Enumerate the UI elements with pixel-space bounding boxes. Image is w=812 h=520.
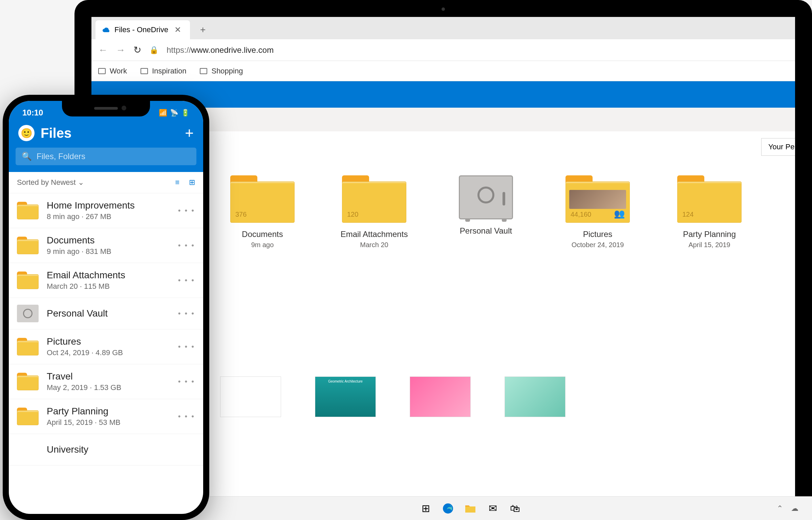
phone-title: Files <box>41 126 179 141</box>
folder-personal-vault[interactable]: Personal Vault <box>444 175 528 249</box>
taskbar-app-store[interactable]: 🛍 <box>508 501 522 516</box>
more-button[interactable]: • • • <box>178 377 195 386</box>
list-item[interactable]: TravelMay 2, 2019 · 1.53 GB• • • <box>9 364 203 399</box>
folder-email-attachments[interactable]: 120 Email Attachments March 20 <box>332 175 416 249</box>
folder-thumbnail <box>569 190 626 209</box>
phone-search-wrap: 🔍 Files, Folders <box>9 148 203 172</box>
phone-notch <box>62 101 150 116</box>
bookmark-shopping[interactable]: Shopping <box>200 67 243 75</box>
more-button[interactable]: • • • <box>178 206 195 215</box>
new-tab-button[interactable]: + <box>190 20 216 39</box>
phone-frame: 10:10 📶 📡 🔋 🙂 Files + 🔍 Files, Folders S… <box>3 95 209 520</box>
list-item[interactable]: Party PlanningApril 15, 2019 · 53 MB• • … <box>9 399 203 434</box>
search-icon: 🔍 <box>22 152 32 161</box>
tray-onedrive-icon[interactable]: ☁ <box>791 504 798 513</box>
url-text[interactable]: https://www.onedrive.live.com <box>167 45 274 55</box>
laptop-camera <box>442 7 445 11</box>
more-button[interactable]: • • • <box>178 309 195 318</box>
browser-address-bar: ← → ↻ 🔒 https://www.onedrive.live.com <box>91 39 795 61</box>
taskbar-app-explorer[interactable] <box>463 501 477 516</box>
bookmark-work[interactable]: Work <box>98 67 127 75</box>
status-time: 10:10 <box>22 108 43 117</box>
bookmarks-bar: Work Inspiration Shopping <box>91 61 795 81</box>
list-item[interactable]: Email AttachmentsMarch 20 · 115 MB• • • <box>9 263 203 298</box>
grid-view-icon[interactable]: ⊞ <box>189 178 195 187</box>
doc-thumb-word[interactable] <box>220 376 281 417</box>
vault-icon <box>17 305 39 322</box>
wifi-icon: 📡 <box>170 109 178 117</box>
bookmark-inspiration[interactable]: Inspiration <box>141 67 187 75</box>
phone-header: 🙂 Files + <box>9 121 203 148</box>
personal-vault-banner[interactable]: Your Perso <box>761 138 795 156</box>
tray-chevron-icon[interactable]: ⌃ <box>777 504 783 513</box>
list-item[interactable]: Home Improvements8 min ago · 267 MB• • • <box>9 193 203 228</box>
doc-thumb-pink[interactable] <box>410 376 471 417</box>
folder-pictures[interactable]: 44,160👥 Pictures October 24, 2019 <box>555 175 640 249</box>
doc-thumb-geometric[interactable]: Geometric Architecture <box>315 376 376 417</box>
back-button[interactable]: ← <box>98 45 108 56</box>
list-item[interactable]: PicturesOct 24, 2019 · 4.89 GB• • • <box>9 329 203 364</box>
list-item[interactable]: University <box>9 434 203 465</box>
folder-documents[interactable]: 376 Documents 9m ago <box>220 175 305 249</box>
more-button[interactable]: • • • <box>178 412 195 421</box>
avatar[interactable]: 🙂 <box>18 125 35 141</box>
more-button[interactable]: • • • <box>178 276 195 285</box>
list-item[interactable]: Documents9 min ago · 831 MB• • • <box>9 228 203 263</box>
forward-button[interactable]: → <box>116 45 125 56</box>
shared-icon: 👥 <box>614 209 625 219</box>
windows-taskbar: ⊞ ✉ 🛍 ⌃ ☁ <box>129 496 812 520</box>
taskbar-tray: ⌃ ☁ <box>777 504 798 513</box>
chevron-down-icon: ⌄ <box>78 178 84 187</box>
more-button[interactable]: • • • <box>178 241 195 250</box>
taskbar-app-taskview[interactable]: ⊞ <box>419 501 433 516</box>
taskbar-app-mail[interactable]: ✉ <box>486 501 500 516</box>
refresh-button[interactable]: ↻ <box>133 44 141 56</box>
sort-bar: Sorted by Newest ⌄ ≡ ⊞ <box>9 172 203 193</box>
folder-party-planning[interactable]: 124 Party Planning April 15, 2019 <box>667 175 752 249</box>
phone-file-list: Home Improvements8 min ago · 267 MB• • •… <box>9 193 203 465</box>
browser-tab-bar: Files - OneDrive ✕ + <box>91 17 795 39</box>
tab-close-button[interactable]: ✕ <box>172 25 183 35</box>
add-button[interactable]: + <box>185 125 194 142</box>
sort-order-icon[interactable]: ≡ <box>175 178 179 187</box>
onedrive-favicon <box>102 26 110 34</box>
folder-icon <box>200 68 207 74</box>
doc-thumb-mint[interactable] <box>505 376 565 417</box>
browser-tab-active[interactable]: Files - OneDrive ✕ <box>95 20 190 39</box>
signal-icon: 📶 <box>159 109 167 117</box>
folder-icon <box>141 68 148 74</box>
tab-title: Files - OneDrive <box>114 25 168 34</box>
battery-icon: 🔋 <box>181 109 190 117</box>
taskbar-app-edge[interactable] <box>441 501 455 516</box>
folder-icon <box>98 68 106 74</box>
list-item[interactable]: Personal Vault• • • <box>9 298 203 329</box>
vault-icon <box>459 175 513 219</box>
lock-icon: 🔒 <box>149 46 158 55</box>
sort-button[interactable]: Sorted by Newest ⌄ <box>17 178 84 187</box>
more-button[interactable]: • • • <box>178 342 195 351</box>
search-input[interactable]: 🔍 Files, Folders <box>16 148 196 165</box>
